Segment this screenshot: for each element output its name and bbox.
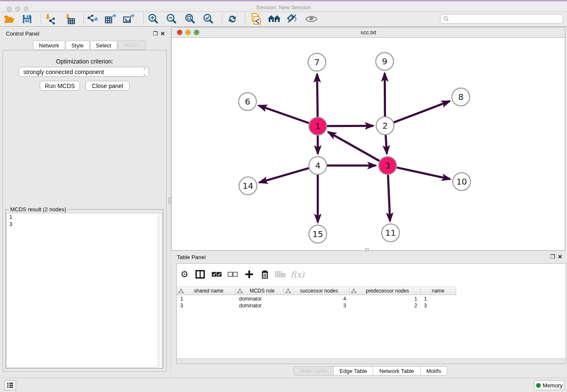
column-header-shared-name[interactable]: shared name	[177, 287, 236, 295]
node-label: 4	[315, 160, 321, 171]
optimization-criterion-select[interactable]: strongly connected component ⌃⌄	[19, 67, 149, 77]
cell-successor-nodes[interactable]: 3	[284, 302, 350, 309]
table-columns-icon[interactable]	[193, 268, 207, 281]
node-14[interactable]: 14	[239, 177, 257, 195]
result-scrollbar[interactable]	[157, 214, 162, 368]
edge-4-14[interactable]	[259, 168, 309, 182]
node-15[interactable]: 15	[309, 225, 327, 243]
toolbar-divider	[41, 14, 41, 24]
run-mcds-button[interactable]: Run MCDS	[40, 81, 80, 91]
table-panel-close-icon[interactable]: ✕	[558, 254, 562, 259]
tab-motifs[interactable]: Motifs	[421, 367, 447, 375]
node-9[interactable]: 9	[376, 52, 394, 70]
tab-network-table[interactable]: Network Table	[373, 367, 420, 375]
zoom-out-icon[interactable]	[164, 13, 179, 25]
control-panel-close-icon[interactable]: ✕	[160, 31, 165, 36]
duplicate-network-icon[interactable]	[248, 13, 264, 25]
node-4[interactable]: 4	[309, 157, 327, 174]
column-type-icon	[179, 289, 184, 293]
toolbar-divider	[143, 14, 144, 24]
mcds-result-text-area[interactable]: 13	[6, 213, 162, 368]
node-11[interactable]: 11	[382, 224, 399, 242]
deselect-all-rows-icon[interactable]	[226, 268, 240, 281]
edge-3-11[interactable]	[388, 175, 390, 221]
export-table-icon[interactable]	[103, 13, 118, 25]
search-input[interactable]	[449, 16, 563, 22]
cell-MCDS-role[interactable]: dominator	[236, 302, 284, 309]
edge-3-10[interactable]	[396, 168, 450, 179]
column-header-predecessor-nodes[interactable]: predecessor nodes	[350, 287, 421, 295]
node-2[interactable]: 2	[376, 117, 394, 135]
edge-2-9[interactable]	[385, 73, 385, 116]
task-history-button[interactable]	[4, 380, 16, 390]
cell-name[interactable]: 1	[421, 295, 456, 302]
network-home-icon[interactable]	[267, 13, 282, 25]
table-hscrollbar[interactable]	[177, 358, 566, 364]
open-session-icon[interactable]	[2, 13, 17, 25]
memory-button[interactable]: Memory	[534, 380, 564, 390]
mcds-result-title: MCDS result (2 nodes)	[8, 206, 68, 213]
delete-table-icon[interactable]	[273, 268, 288, 281]
cell-shared-name[interactable]: 1	[177, 295, 236, 302]
node-8[interactable]: 8	[452, 88, 470, 106]
node-table-panel: ⚙ f(x) shared nameMCDS rolesuccessor nod…	[176, 263, 566, 364]
control-panel-float-icon[interactable]: ❐	[153, 31, 158, 36]
tab-mcds[interactable]: MCDS	[118, 41, 146, 50]
main-toolbar	[0, 12, 567, 27]
hide-labels-icon[interactable]	[285, 13, 300, 25]
tab-edge-table[interactable]: Edge Table	[334, 367, 374, 375]
table-settings-icon[interactable]: ⚙	[177, 268, 192, 281]
status-bar: Memory	[0, 378, 567, 392]
zoom-in-icon[interactable]	[146, 13, 161, 25]
import-network-icon[interactable]	[42, 13, 58, 25]
table-row[interactable]: 3dominator323	[177, 302, 456, 309]
node-6[interactable]: 6	[239, 93, 256, 110]
column-header-successor-nodes[interactable]: successor nodes	[284, 287, 350, 295]
edge-1-6[interactable]	[259, 105, 309, 123]
cell-shared-name[interactable]: 3	[177, 302, 236, 309]
tab-select[interactable]: Select	[90, 41, 117, 50]
cell-predecessor-nodes[interactable]: 1	[350, 295, 421, 302]
cell-name[interactable]: 3	[421, 302, 456, 309]
node-10[interactable]: 10	[453, 173, 471, 190]
import-table-icon[interactable]	[62, 13, 77, 25]
tab-node-table[interactable]: Node Table	[294, 367, 334, 375]
table-row[interactable]: 1dominator411	[177, 295, 456, 302]
tab-network[interactable]: Network	[33, 41, 65, 50]
edge-1-7[interactable]	[317, 74, 317, 117]
tab-style[interactable]: Style	[66, 41, 90, 50]
app-title: Session: New Session	[0, 4, 567, 11]
horizontal-splitter-grip[interactable]	[365, 248, 369, 251]
edge-2-3[interactable]	[385, 135, 387, 154]
cell-MCDS-role[interactable]: dominator	[236, 295, 284, 302]
edge-1-2[interactable]	[327, 126, 373, 126]
zoom-selected-icon[interactable]	[201, 13, 216, 25]
zoom-fit-icon[interactable]	[182, 13, 198, 25]
node-1[interactable]: 1	[309, 117, 327, 135]
select-all-rows-icon[interactable]	[209, 268, 224, 281]
save-session-icon[interactable]	[19, 13, 35, 25]
refresh-icon[interactable]	[225, 13, 240, 25]
edge-3-1[interactable]	[328, 132, 379, 161]
search-box[interactable]	[440, 14, 563, 24]
column-header-name[interactable]: name	[421, 287, 456, 295]
function-builder-icon[interactable]: f(x)	[290, 268, 305, 281]
column-header-MCDS-role[interactable]: MCDS role	[236, 287, 284, 295]
table-panel-float-icon[interactable]: ❐	[550, 254, 555, 259]
add-column-icon[interactable]	[242, 268, 256, 281]
node-label: 3	[385, 160, 391, 171]
node-label: 11	[385, 228, 396, 238]
node-label: 8	[458, 92, 464, 102]
edge-2-8[interactable]	[394, 101, 450, 122]
optimization-criterion-label: Optimization criterion:	[0, 58, 169, 65]
close-panel-button[interactable]: Close panel	[85, 81, 129, 91]
export-image-icon[interactable]	[121, 13, 136, 25]
cell-successor-nodes[interactable]: 4	[284, 295, 350, 302]
cell-predecessor-nodes[interactable]: 2	[350, 302, 421, 309]
export-network-icon[interactable]	[85, 13, 100, 25]
birdseye-view-icon[interactable]	[304, 13, 319, 25]
node-7[interactable]: 7	[308, 53, 326, 71]
network-canvas[interactable]: 7968124314101511	[172, 38, 565, 250]
node-3[interactable]: 3	[379, 157, 396, 174]
delete-column-icon[interactable]	[258, 268, 272, 281]
